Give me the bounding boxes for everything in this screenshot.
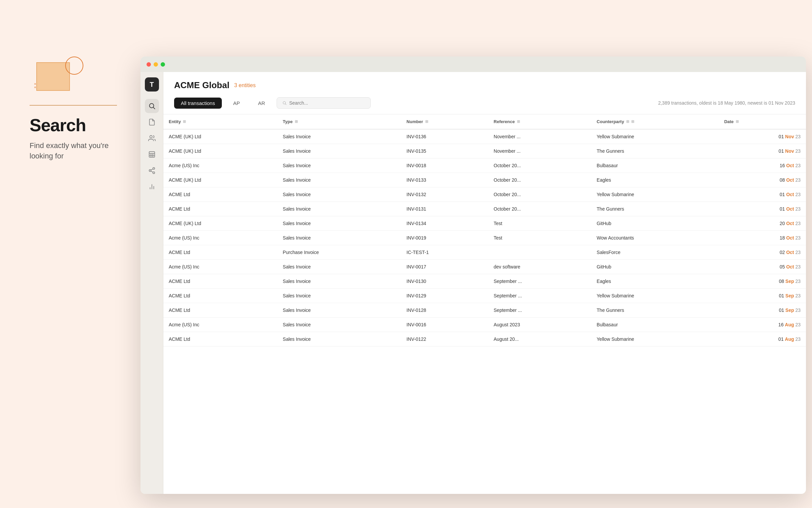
counterparty-cell: GitHub (591, 260, 719, 274)
table-row[interactable]: ACME (UK) LtdSales InvoiceINV-0135Novemb… (163, 144, 806, 158)
counterparty-cell: Wow Accountants (591, 231, 719, 245)
counterparty-cell: The Gunners (591, 303, 719, 318)
col-date[interactable]: Date ⊞ (719, 114, 806, 129)
table-row[interactable]: ACME (UK) LtdSales InvoiceINV-0136Novemb… (163, 129, 806, 144)
number-cell: INV-0018 (401, 158, 488, 173)
svg-point-2 (150, 136, 152, 138)
date-cell: 01 Aug 23 (719, 332, 806, 347)
filter-icon[interactable]: ⊞ (517, 119, 520, 124)
filter-icon[interactable]: ⊞ (736, 119, 739, 124)
col-type[interactable]: Type ⊞ (277, 114, 401, 129)
tab-ap[interactable]: AP (227, 98, 247, 109)
svg-point-0 (149, 104, 154, 108)
table-row[interactable]: Acme (US) IncSales InvoiceINV-0019TestWo… (163, 231, 806, 245)
filter-icon[interactable]: ⊞ (295, 119, 298, 124)
tab-ar[interactable]: AR (251, 98, 272, 109)
page-title: Search (30, 115, 86, 135)
table-row[interactable]: ACME (UK) LtdSales InvoiceINV-0134TestGi… (163, 216, 806, 231)
table-row[interactable]: ACME LtdSales InvoiceINV-0122August 20..… (163, 332, 806, 347)
table-row[interactable]: ACME LtdSales InvoiceINV-0130September .… (163, 274, 806, 289)
number-cell: INV-0131 (401, 202, 488, 216)
table-row[interactable]: ACME LtdSales InvoiceINV-0131October 20.… (163, 202, 806, 216)
counterparty-cell: Bulbasaur (591, 158, 719, 173)
sidebar-item-table[interactable] (145, 147, 159, 161)
filter-icon-2[interactable]: ⊞ (631, 119, 634, 124)
sidebar-logo[interactable]: T (145, 77, 159, 92)
table-container[interactable]: Entity ⊞ Type ⊞ (163, 114, 806, 494)
date-month: Nov (785, 134, 794, 139)
table-row[interactable]: Acme (US) IncSales InvoiceINV-0016August… (163, 318, 806, 332)
entity-cell: ACME Ltd (163, 289, 277, 303)
sidebar-item-search[interactable] (145, 99, 159, 113)
reference-cell: August 20... (488, 332, 592, 347)
date-cell: 16 Aug 23 (719, 318, 806, 332)
search-box[interactable] (277, 97, 371, 109)
date-month: Oct (786, 206, 794, 212)
content-area: ACME Global 3 entities All transactions … (163, 72, 806, 494)
date-cell: 16 Oct 23 (719, 158, 806, 173)
number-cell: INV-0017 (401, 260, 488, 274)
date-day: 01 (779, 134, 784, 139)
date-cell: 02 Oct 23 (719, 245, 806, 260)
tab-all-transactions[interactable]: All transactions (174, 98, 222, 109)
table-row[interactable]: ACME LtdSales InvoiceINV-0128September .… (163, 303, 806, 318)
title-bar (140, 57, 806, 72)
col-counterparty[interactable]: Counterparty ⊞ ⊞ (591, 114, 719, 129)
type-cell: Sales Invoice (277, 231, 401, 245)
type-cell: Sales Invoice (277, 129, 401, 144)
users-icon (148, 135, 156, 142)
maximize-button[interactable] (161, 62, 165, 67)
entity-cell: Acme (US) Inc (163, 318, 277, 332)
counterparty-cell: Bulbasaur (591, 318, 719, 332)
type-cell: Sales Invoice (277, 303, 401, 318)
transactions-table: Entity ⊞ Type ⊞ (163, 114, 806, 347)
entity-cell: Acme (US) Inc (163, 231, 277, 245)
col-number[interactable]: Number ⊞ (401, 114, 488, 129)
date-year: 23 (795, 192, 801, 197)
date-cell: 01 Nov 23 (719, 129, 806, 144)
minimize-button[interactable] (154, 62, 158, 67)
reference-cell (488, 245, 592, 260)
table-row[interactable]: Acme (US) IncSales InvoiceINV-0017dev so… (163, 260, 806, 274)
illustration (30, 54, 90, 94)
date-day: 16 (780, 163, 785, 168)
sidebar-item-chart[interactable] (145, 180, 159, 194)
entities-badge: 3 entities (234, 82, 256, 88)
sidebar-item-documents[interactable] (145, 115, 159, 129)
col-reference[interactable]: Reference ⊞ (488, 114, 592, 129)
reference-cell: October 20... (488, 202, 592, 216)
filter-icon[interactable]: ⊞ (425, 119, 428, 124)
date-year: 23 (795, 148, 801, 154)
org-title-row: ACME Global 3 entities (174, 80, 795, 90)
date-cell: 01 Nov 23 (719, 144, 806, 158)
svg-line-17 (285, 104, 286, 105)
date-year: 23 (795, 322, 801, 327)
table-row[interactable]: ACME (UK) LtdSales InvoiceINV-0133Octobe… (163, 173, 806, 187)
col-entity[interactable]: Entity ⊞ (163, 114, 277, 129)
table-row[interactable]: ACME LtdSales InvoiceINV-0129September .… (163, 289, 806, 303)
reference-cell: November ... (488, 129, 592, 144)
filter-row: All transactions AP AR 2,389 transaction… (174, 97, 795, 109)
connections-icon (148, 167, 156, 174)
table-row[interactable]: ACME LtdSales InvoiceINV-0132October 20.… (163, 187, 806, 202)
close-button[interactable] (147, 62, 151, 67)
type-cell: Purchase Invoice (277, 245, 401, 260)
entity-cell: Acme (US) Inc (163, 260, 277, 274)
date-year: 23 (795, 250, 801, 255)
date-year: 23 (795, 264, 801, 269)
date-month: Oct (786, 177, 794, 183)
date-month: Oct (786, 163, 794, 168)
reference-cell: Test (488, 231, 592, 245)
reference-cell: September ... (488, 274, 592, 289)
filter-icon[interactable]: ⊞ (626, 119, 629, 124)
sidebar-item-users[interactable] (145, 131, 159, 145)
search-input[interactable] (289, 100, 365, 106)
filter-icon[interactable]: ⊞ (183, 119, 186, 124)
table-row[interactable]: Acme (US) IncSales InvoiceINV-0018Octobe… (163, 158, 806, 173)
number-cell: INV-0129 (401, 289, 488, 303)
reference-cell: September ... (488, 289, 592, 303)
table-row[interactable]: ACME LtdPurchase InvoiceIC-TEST-1SalesFo… (163, 245, 806, 260)
entity-cell: ACME Ltd (163, 245, 277, 260)
number-cell: INV-0019 (401, 231, 488, 245)
sidebar-item-connections[interactable] (145, 164, 159, 178)
